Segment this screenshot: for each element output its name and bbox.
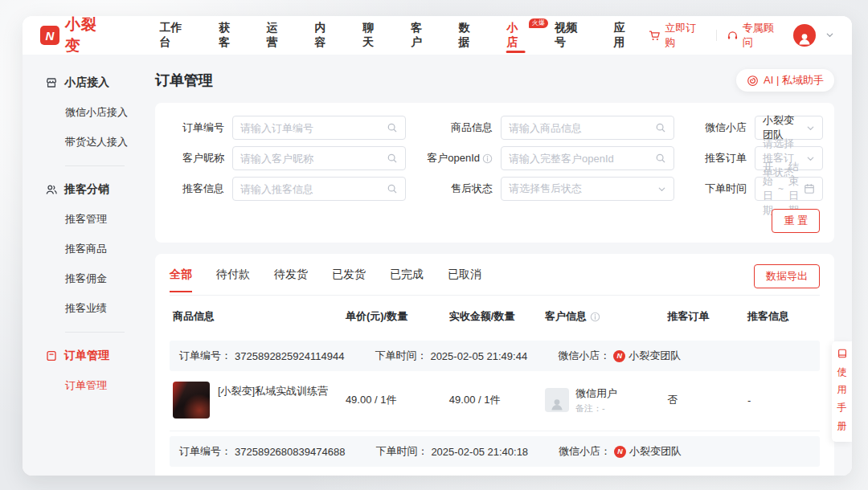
tuike-info-input[interactable] [232, 177, 406, 201]
date-range-picker[interactable]: 开始日期 ~ 结束日期 [755, 177, 823, 201]
export-button[interactable]: 数据导出 [754, 264, 820, 288]
brand-logo[interactable]: N 小裂变 [40, 16, 113, 56]
sidebar-item-order-manage[interactable]: 订单管理 [65, 378, 133, 393]
filter-shop: 微信小店 小裂变团队 [692, 116, 823, 140]
col-amount: 实收金额/数量 [449, 309, 545, 324]
order-no-label: 订单编号： [179, 349, 231, 363]
user-avatar[interactable] [793, 24, 816, 47]
nav-item-workbench[interactable]: 工作台 [147, 16, 207, 55]
sidebar-item-tuike-manage[interactable]: 推客管理 [65, 212, 133, 227]
cart-icon [649, 30, 661, 42]
order-meta-row: 订单编号：3725892680839474688 下单时间：2025-02-05… [170, 436, 820, 467]
nav-item-shop[interactable]: 小店 火爆 [493, 16, 542, 55]
chevron-down-icon[interactable] [825, 28, 834, 43]
nav-item-operation[interactable]: 运营 [254, 16, 302, 55]
shop-logo-icon: N [613, 350, 625, 362]
sidebar-group-tuike[interactable]: 推客分销 [45, 182, 133, 197]
headset-icon [727, 30, 739, 42]
filter-label: 商品信息 [424, 120, 493, 135]
advisor-button[interactable]: 专属顾问 [727, 21, 784, 50]
order-shop-value: 小裂变团队 [628, 349, 681, 363]
sidebar-item-wechat-shop-access[interactable]: 微信小店接入 [65, 105, 133, 120]
info-icon[interactable] [482, 153, 493, 164]
nav-item-video[interactable]: 视频号 [542, 16, 601, 55]
col-tuike-order: 推客订单 [667, 309, 747, 324]
start-date-placeholder[interactable]: 开始日期 [763, 160, 773, 218]
sidebar-item-tuike-product[interactable]: 推客商品 [65, 242, 133, 256]
order-product-row: [小裂变]私域实战训练营 49.00 / 1件 49.00 / 1件 微信用户 … [170, 467, 820, 476]
sidebar-divider [65, 165, 125, 166]
nav-item-apps[interactable]: 应用 [601, 16, 649, 55]
filter-label: 推客订单 [692, 151, 747, 165]
openid-input[interactable] [501, 146, 674, 170]
filter-aftersale: 售后状态 请选择售后状态 [424, 177, 674, 201]
aftersale-select-placeholder: 请选择售后状态 [509, 182, 653, 196]
tab-all[interactable]: 全部 [170, 267, 192, 292]
shop-logo-icon: N [614, 446, 626, 458]
customer-avatar [545, 388, 569, 412]
user-manual-tab[interactable]: 使用手册 [832, 341, 852, 442]
product-thumbnail[interactable] [173, 382, 210, 419]
openid-label-text: 客户openId [427, 151, 480, 165]
col-tuike-info: 推客信息 [747, 309, 817, 324]
sidebar-divider [65, 332, 125, 333]
sidebar-item-tuike-performance[interactable]: 推客业绩 [65, 301, 133, 316]
order-shop-label: 微信小店： [559, 444, 611, 459]
filter-label: 下单时间 [692, 182, 747, 196]
col-customer: 客户信息 [545, 309, 667, 324]
tab-completed[interactable]: 已完成 [390, 267, 424, 292]
filter-nickname: 客户昵称 [170, 146, 406, 170]
col-unit-price: 单价(元)/数量 [346, 309, 449, 324]
person-icon [796, 31, 813, 47]
tab-pending-payment[interactable]: 待付款 [216, 267, 250, 292]
order-group: 订单编号：3725892680839474688 下单时间：2025-02-05… [170, 431, 820, 476]
nav-label: 数据 [459, 21, 481, 50]
doc-icon [45, 349, 58, 362]
tab-cancelled[interactable]: 已取消 [448, 267, 481, 292]
product-input[interactable] [501, 116, 674, 140]
order-no-input[interactable] [232, 116, 406, 140]
filter-tuike-info: 推客信息 [170, 177, 406, 201]
nav-item-customer[interactable]: 客户 [398, 16, 446, 55]
nav-item-content[interactable]: 内容 [301, 16, 350, 55]
col-product: 商品信息 [173, 309, 346, 324]
filter-order-no: 订单编号 [170, 116, 406, 140]
tab-shipped[interactable]: 已发货 [332, 267, 366, 292]
openid-input-field[interactable] [509, 153, 650, 165]
product-input-field[interactable] [509, 122, 650, 134]
nav-label: 内容 [314, 21, 337, 50]
sidebar-item-influencer-access[interactable]: 带货达人接入 [65, 135, 133, 149]
customer-name: 微信用户 [575, 386, 617, 401]
sidebar-item-tuike-commission[interactable]: 推客佣金 [65, 272, 133, 286]
product-name[interactable]: [小裂变]私域实战训练营 [218, 384, 328, 398]
tuike-info-input-field[interactable] [240, 183, 382, 195]
info-icon[interactable] [590, 312, 600, 322]
people-icon [45, 183, 58, 196]
date-separator: ~ [778, 183, 784, 194]
person-icon [549, 396, 565, 412]
nav-item-data[interactable]: 数据 [446, 16, 494, 55]
sidebar-group-order-manage[interactable]: 订单管理 [45, 349, 133, 363]
amount-value: 49.00 / 1件 [449, 393, 545, 407]
page-title: 订单管理 [155, 71, 213, 90]
aftersale-select[interactable]: 请选择售后状态 [501, 177, 674, 201]
reset-button[interactable]: 重 置 [772, 209, 820, 233]
order-now-button[interactable]: 立即订购 [649, 21, 706, 50]
filter-order-time: 下单时间 开始日期 ~ 结束日期 [692, 177, 823, 201]
tab-pending-shipment[interactable]: 待发货 [274, 267, 308, 292]
nickname-input[interactable] [232, 146, 406, 170]
nav-item-acquire[interactable]: 获客 [206, 16, 254, 55]
store-icon [45, 76, 58, 89]
order-no-input-field[interactable] [240, 122, 382, 134]
main-content: 订单管理 AI | 私域助手 订单编号 [133, 55, 852, 476]
calendar-icon [804, 183, 815, 194]
search-icon [655, 122, 666, 133]
sidebar-group-label: 推客分销 [64, 182, 109, 197]
nickname-input-field[interactable] [240, 153, 382, 165]
ai-assistant-button[interactable]: AI | 私域助手 [736, 69, 834, 92]
nav-label: 聊天 [362, 21, 385, 50]
order-time-label: 下单时间： [375, 444, 428, 459]
nav-item-chat[interactable]: 聊天 [350, 16, 398, 55]
sidebar-group-shop-access[interactable]: 小店接入 [45, 76, 133, 90]
order-now-label: 立即订购 [665, 21, 706, 50]
